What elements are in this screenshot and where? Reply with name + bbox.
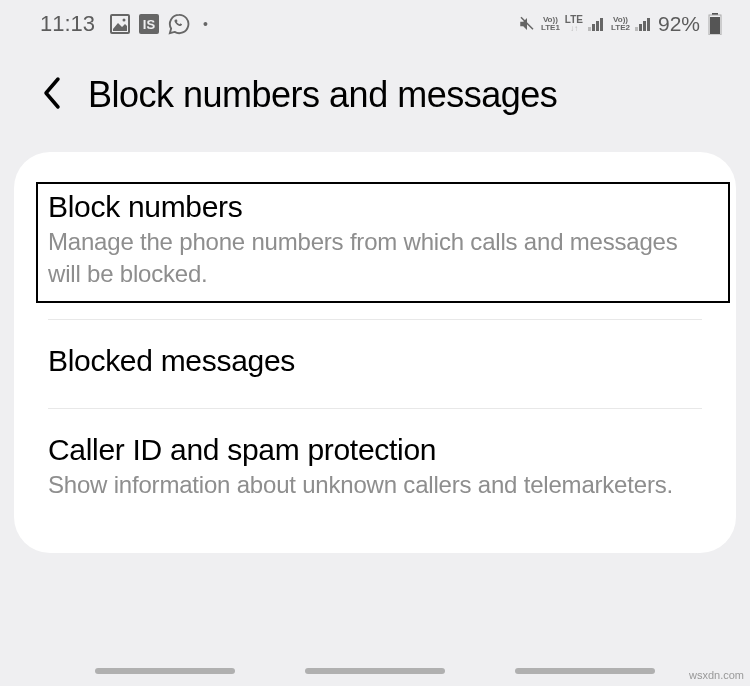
item-subtitle: Show information about unknown callers a… <box>48 469 702 501</box>
mute-icon <box>518 15 536 33</box>
watermark: wsxdn.com <box>689 669 744 681</box>
lte-icon: LTE ↓↑ <box>565 15 583 33</box>
nav-bar <box>0 668 750 674</box>
page-title: Block numbers and messages <box>88 74 557 116</box>
back-button[interactable] <box>40 75 64 115</box>
volte-1-icon: Vo)) LTE1 <box>541 16 560 32</box>
status-right: Vo)) LTE1 LTE ↓↑ Vo)) LTE2 92% <box>518 12 722 36</box>
item-title: Blocked messages <box>48 344 702 378</box>
nav-back[interactable] <box>515 668 655 674</box>
volte-2-icon: Vo)) LTE2 <box>611 16 630 32</box>
battery-percentage: 92% <box>658 12 700 36</box>
chevron-left-icon <box>40 75 64 111</box>
svg-text:IS: IS <box>143 17 156 32</box>
status-bar: 11:13 IS • Vo)) LTE1 LTE ↓↑ Vo <box>0 0 750 44</box>
settings-card: Block numbers Manage the phone numbers f… <box>14 152 736 553</box>
item-subtitle: Manage the phone numbers from which call… <box>48 226 702 291</box>
item-title: Caller ID and spam protection <box>48 433 702 467</box>
dot-icon: • <box>203 16 208 32</box>
is-icon: IS <box>139 14 159 34</box>
svg-point-1 <box>123 19 126 22</box>
clock: 11:13 <box>40 11 95 37</box>
divider <box>48 319 702 320</box>
nav-recent[interactable] <box>95 668 235 674</box>
divider <box>48 408 702 409</box>
signal-2-icon <box>635 17 650 31</box>
header: Block numbers and messages <box>0 44 750 144</box>
signal-1-icon <box>588 17 603 31</box>
nav-home[interactable] <box>305 668 445 674</box>
battery-icon <box>708 13 722 35</box>
blocked-messages-item[interactable]: Blocked messages <box>14 332 736 396</box>
svg-rect-7 <box>710 17 720 34</box>
block-numbers-item[interactable]: Block numbers Manage the phone numbers f… <box>14 178 736 307</box>
caller-id-item[interactable]: Caller ID and spam protection Show infor… <box>14 421 736 517</box>
whatsapp-icon <box>168 13 190 35</box>
item-title: Block numbers <box>48 190 702 224</box>
status-left: 11:13 IS • <box>40 11 208 37</box>
image-icon <box>110 14 130 34</box>
